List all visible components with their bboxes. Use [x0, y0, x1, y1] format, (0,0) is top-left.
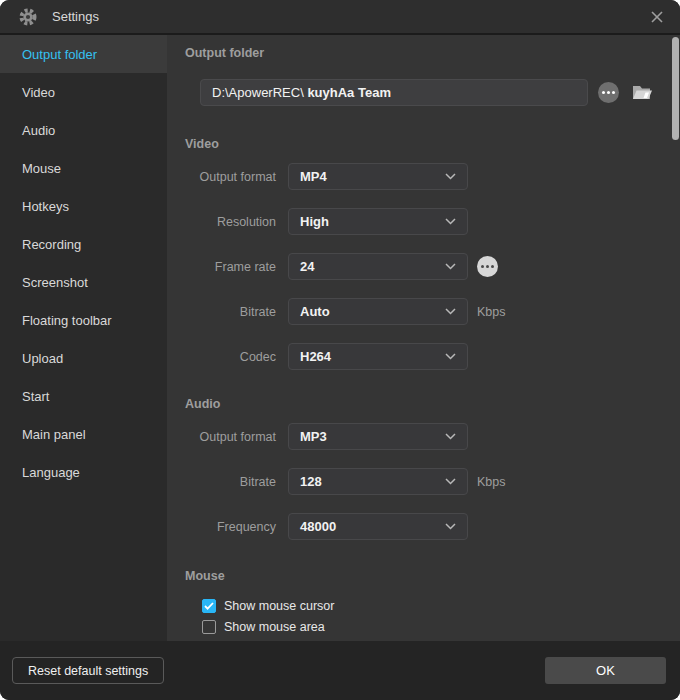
checkbox-label: Show mouse cursor	[224, 599, 334, 613]
footer: Reset default settings OK	[0, 641, 680, 700]
select-value: Auto	[300, 304, 445, 319]
gear-icon	[18, 7, 38, 27]
mouse-heading: Mouse	[185, 569, 680, 583]
sidebar-item-video[interactable]: Video	[0, 73, 167, 111]
path-prefix: D:\ApowerREC\	[212, 85, 307, 100]
sidebar-item-recording[interactable]: Recording	[0, 225, 167, 263]
audio-output-format-row: Output format MP3	[185, 423, 680, 450]
sidebar-item-floating-toolbar[interactable]: Floating toolbar	[0, 301, 167, 339]
audio-frequency-row: Frequency 48000	[185, 513, 680, 540]
frame-rate-ellipsis-button[interactable]	[477, 256, 498, 277]
sidebar-item-hotkeys[interactable]: Hotkeys	[0, 187, 167, 225]
browse-ellipsis-button[interactable]	[598, 82, 619, 103]
row-label: Output format	[185, 430, 276, 444]
video-output-format-row: Output format MP4	[185, 163, 680, 190]
reset-default-settings-button[interactable]: Reset default settings	[12, 657, 164, 684]
sidebar-item-language[interactable]: Language	[0, 453, 167, 491]
chevron-down-icon	[445, 433, 456, 440]
show-mouse-area-checkbox[interactable]	[202, 620, 216, 634]
sidebar-item-output-folder[interactable]: Output folder	[0, 35, 167, 73]
video-frame-rate-row: Frame rate 24	[185, 253, 680, 280]
video-heading: Video	[185, 137, 680, 151]
audio-heading: Audio	[185, 397, 680, 411]
select-value: 48000	[300, 519, 445, 534]
row-label: Bitrate	[185, 305, 276, 319]
window-title: Settings	[52, 9, 99, 24]
select-value: H264	[300, 349, 445, 364]
vertical-scrollbar[interactable]	[672, 37, 679, 140]
select-value: 24	[300, 259, 445, 274]
chevron-down-icon	[445, 263, 456, 270]
sidebar-item-mouse[interactable]: Mouse	[0, 149, 167, 187]
checkbox-label: Show mouse area	[224, 620, 325, 634]
output-folder-heading: Output folder	[185, 46, 680, 60]
path-bold: kuyhAa Team	[307, 85, 391, 100]
sidebar: Output folderVideoAudioMouseHotkeysRecor…	[0, 35, 167, 641]
bitrate-unit-label: Kbps	[477, 305, 506, 319]
show-mouse-area-row: Show mouse area	[202, 620, 680, 634]
audio-bitrate-select[interactable]: 128	[288, 468, 468, 495]
video-codec-row: Codec H264	[185, 343, 680, 370]
settings-content: Output folder D:\ApowerREC\ kuyhAa Team …	[167, 35, 680, 641]
chevron-down-icon	[445, 478, 456, 485]
video-bitrate-row: Bitrate Auto Kbps	[185, 298, 680, 325]
frame-rate-select[interactable]: 24	[288, 253, 468, 280]
settings-window: Settings Output folderVideoAudioMouseHot…	[0, 0, 680, 700]
video-bitrate-select[interactable]: Auto	[288, 298, 468, 325]
select-value: 128	[300, 474, 445, 489]
chevron-down-icon	[445, 308, 456, 315]
chevron-down-icon	[445, 523, 456, 530]
row-label: Resolution	[185, 215, 276, 229]
sidebar-item-upload[interactable]: Upload	[0, 339, 167, 377]
row-label: Output format	[185, 170, 276, 184]
select-value: MP3	[300, 429, 445, 444]
row-label: Frequency	[185, 520, 276, 534]
show-mouse-cursor-checkbox[interactable]	[202, 599, 216, 613]
chevron-down-icon	[445, 353, 456, 360]
select-value: MP4	[300, 169, 445, 184]
close-icon[interactable]	[646, 6, 668, 28]
frequency-select[interactable]: 48000	[288, 513, 468, 540]
row-label: Frame rate	[185, 260, 276, 274]
sidebar-item-main-panel[interactable]: Main panel	[0, 415, 167, 453]
resolution-select[interactable]: High	[288, 208, 468, 235]
ok-button[interactable]: OK	[545, 657, 666, 684]
select-value: High	[300, 214, 445, 229]
video-output-format-select[interactable]: MP4	[288, 163, 468, 190]
titlebar: Settings	[0, 0, 680, 35]
sidebar-item-start[interactable]: Start	[0, 377, 167, 415]
open-folder-icon[interactable]	[632, 84, 653, 101]
row-label: Bitrate	[185, 475, 276, 489]
chevron-down-icon	[445, 218, 456, 225]
audio-output-format-select[interactable]: MP3	[288, 423, 468, 450]
sidebar-item-screenshot[interactable]: Screenshot	[0, 263, 167, 301]
bitrate-unit-label: Kbps	[477, 475, 506, 489]
output-folder-input[interactable]: D:\ApowerREC\ kuyhAa Team	[200, 79, 588, 106]
row-label: Codec	[185, 350, 276, 364]
chevron-down-icon	[445, 173, 456, 180]
sidebar-item-audio[interactable]: Audio	[0, 111, 167, 149]
video-resolution-row: Resolution High	[185, 208, 680, 235]
show-mouse-cursor-row: Show mouse cursor	[202, 599, 680, 613]
output-folder-row: D:\ApowerREC\ kuyhAa Team	[200, 79, 680, 106]
codec-select[interactable]: H264	[288, 343, 468, 370]
audio-bitrate-row: Bitrate 128 Kbps	[185, 468, 680, 495]
